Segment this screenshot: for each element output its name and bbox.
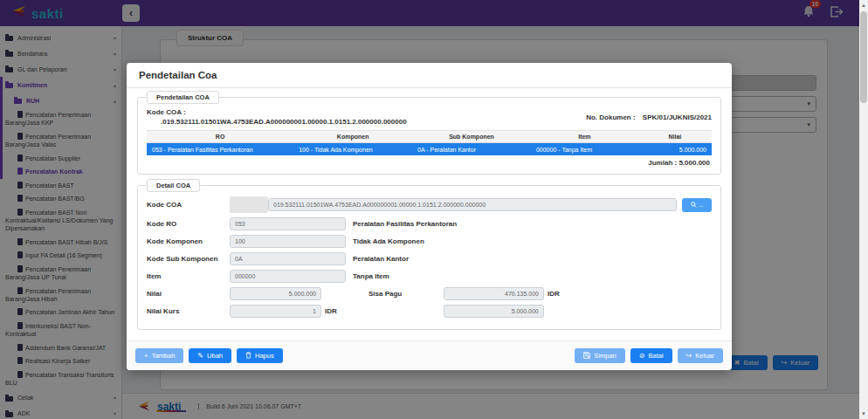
kode-ro-input[interactable] [230,217,346,230]
cell-ro: 053 - Peralatan Fasilitas Perkantoran [147,143,293,156]
col-header-ro: RO [147,131,293,143]
ban-icon: ⊘ [639,353,645,360]
kode-coa-field-label: Kode COA [147,201,230,209]
scroll-down-arrow[interactable]: ▼ [859,409,868,419]
col-header-nilai: Nilai [638,131,712,143]
nilai-kurs-label: Nilai Kurs [147,307,230,315]
scrollbar-thumb[interactable] [860,11,867,103]
scroll-up-arrow[interactable]: ▲ [859,0,868,10]
item-input[interactable] [230,270,346,283]
kode-coa-value: .019.532111.01501WA.4753EAD.A000000001.0… [161,118,407,126]
kode-komponen-desc: Tidak Ada Komponen [353,237,424,245]
cell-sub-komponen: 0A - Peralatan Kantor [412,143,531,156]
pendetailan-coa-modal: Pendetailan Coa Pendetailan COA Kode COA… [127,63,732,370]
batal-button[interactable]: ⊘Batal [630,348,672,363]
section-legend: Pendetailan COA [147,91,219,104]
kode-sub-komponen-label: Kode Sub Komponen [147,255,230,263]
plus-icon: + [144,353,148,360]
item-label: Item [147,272,230,280]
sisa-pagu-input[interactable] [444,287,544,300]
no-dokumen-value: SPK/01/JUKNIS/2021 [643,113,712,121]
coa-table: RO Komponen Sub Komponen Item Nilai 053 … [147,130,712,155]
exit-icon: ↪ [686,353,692,360]
kode-coa-label: Kode COA : [147,108,407,116]
kode-sub-komponen-input[interactable] [230,252,346,265]
keluar-button[interactable]: ↪Keluar [678,348,723,363]
section-legend: Detail COA [147,179,200,192]
nilai-input[interactable] [230,287,321,300]
col-header-item: Item [531,131,638,143]
search-icon [691,202,697,209]
simpan-button[interactable]: Simpan [575,348,624,363]
detail-coa-section: Detail COA Kode COA ... Kode RO Peralata… [137,185,721,330]
kode-ro-label: Kode RO [147,220,230,228]
cell-item: 000000 - Tanpa Item [531,143,638,156]
col-header-komponen: Komponen [293,131,412,143]
jumlah-total: Jumlah : 5.000.000 [147,159,712,167]
kode-sub-komponen-desc: Peralatan Kantor [353,255,409,263]
browser-scrollbar[interactable]: ▲ ▼ [859,0,868,419]
kode-coa-input[interactable] [268,198,677,211]
cell-komponen: 100 - Tidak Ada Komponen [293,143,412,156]
sisa-pagu-label: Sisa Pagu [369,290,444,298]
modal-title: Pendetailan Coa [127,63,732,88]
kode-coa-prefix-box [230,196,268,213]
nilai-kurs-input[interactable] [230,305,321,318]
kode-ro-desc: Peralatan Fasilitas Perkantoran [353,220,457,228]
nilai-total-input[interactable] [444,305,544,318]
cell-nilai: 5.000.000 [638,143,712,156]
hapus-button[interactable]: Hapus [237,348,283,363]
table-row[interactable]: 053 - Peralatan Fasilitas Perkantoran 10… [147,143,712,156]
kode-komponen-label: Kode Komponen [147,237,230,245]
kode-coa-search-button[interactable]: ... [682,198,712,212]
kode-komponen-input[interactable] [230,235,346,248]
pencil-icon: ✎ [197,353,203,360]
nilai-label: Nilai [147,290,230,298]
nilai-kurs-currency: IDR [325,307,337,315]
no-dokumen-label: No. Dokumen : [586,113,635,121]
item-desc: Tanpa Item [353,272,389,280]
sisa-pagu-currency: IDR [548,290,560,298]
ubah-button[interactable]: ✎Ubah [189,348,231,363]
tambah-button[interactable]: +Tambah [135,348,183,363]
save-icon [583,352,590,361]
trash-icon [245,352,251,361]
col-header-sub-komponen: Sub Komponen [412,131,531,143]
modal-button-bar: +Tambah ✎Ubah Hapus Simpan ⊘Batal ↪Kelua… [127,340,732,370]
pendetailan-coa-section: Pendetailan COA Kode COA : .019.532111.0… [137,97,721,175]
